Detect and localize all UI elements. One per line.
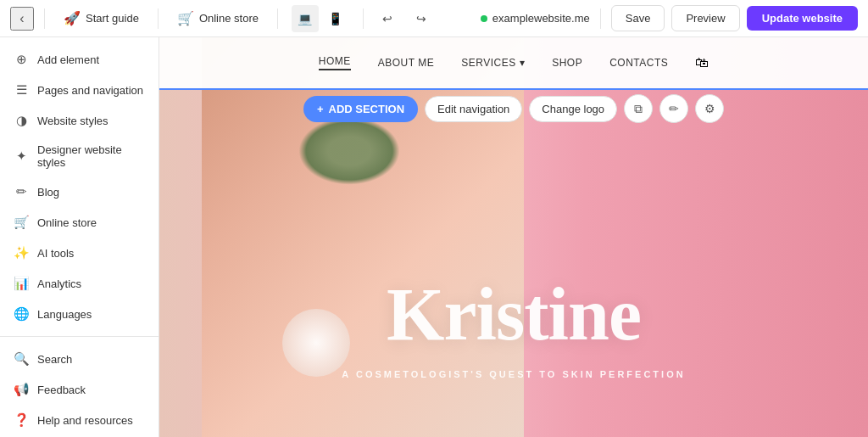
settings-section-button[interactable]: ⚙ xyxy=(695,94,724,123)
sidebar-item-feedback[interactable]: 📢 Feedback xyxy=(0,374,159,405)
sidebar-item-help[interactable]: ❓ Help and resources xyxy=(0,405,159,435)
sidebar-label-designer-styles: Designer website styles xyxy=(37,143,145,169)
add-section-button[interactable]: + ADD SECTION xyxy=(303,96,418,122)
blog-icon: ✏ xyxy=(14,184,29,199)
copy-icon: ⧉ xyxy=(634,102,643,116)
sidebar-item-add-element[interactable]: ⊕ Add element xyxy=(0,44,159,75)
plus-icon: + xyxy=(317,103,324,115)
cart-icon-topbar: 🛒 xyxy=(177,10,194,26)
device-toggle-group: 💻 📱 xyxy=(288,5,353,32)
sidebar-label-search: Search xyxy=(37,353,72,366)
sidebar-item-analytics[interactable]: 📊 Analytics xyxy=(0,268,159,299)
back-button[interactable]: ‹ xyxy=(10,7,34,31)
hero-title: Kristine xyxy=(159,277,868,352)
styles-icon: ◑ xyxy=(14,113,29,128)
update-website-button[interactable]: Update website xyxy=(747,6,858,31)
feedback-icon: 📢 xyxy=(14,382,29,397)
help-icon: ❓ xyxy=(14,412,29,428)
sidebar-item-online-store[interactable]: 🛒 Online store xyxy=(0,207,159,238)
back-icon: ‹ xyxy=(19,11,24,26)
edit-navigation-button[interactable]: Edit navigation xyxy=(425,96,522,122)
nav-item-about[interactable]: ABOUT ME xyxy=(378,57,434,69)
sidebar-label-analytics: Analytics xyxy=(37,277,81,290)
store-icon: 🛒 xyxy=(14,215,29,230)
preview-button[interactable]: Preview xyxy=(671,5,739,31)
sidebar-label-website-styles: Website styles xyxy=(37,115,108,127)
nav-item-services[interactable]: SERVICES ▾ xyxy=(461,57,525,69)
website-preview: HOME ABOUT ME SERVICES ▾ SHOP CONTACTS 🛍… xyxy=(159,37,868,437)
url-text: examplewebsite.me xyxy=(492,12,590,25)
sidebar-label-ai-tools: AI tools xyxy=(37,247,74,260)
topbar-divider-5 xyxy=(600,8,601,29)
sidebar-label-help: Help and resources xyxy=(37,414,133,427)
sidebar-label-languages: Languages xyxy=(37,308,92,321)
topbar: ‹ 🚀 Start guide 🛒 Online store 💻 📱 ↩ ↪ e… xyxy=(0,0,868,37)
plus-circle-icon: ⊕ xyxy=(14,52,29,67)
sidebar-label-blog: Blog xyxy=(37,186,59,199)
preview-navigation: HOME ABOUT ME SERVICES ▾ SHOP CONTACTS 🛍 xyxy=(159,37,868,88)
sidebar-label-feedback: Feedback xyxy=(37,384,86,396)
main-area: ⊕ Add element ☰ Pages and navigation ◑ W… xyxy=(0,37,868,437)
redo-icon: ↪ xyxy=(416,12,426,25)
online-store-label: Online store xyxy=(199,12,259,25)
pages-icon: ☰ xyxy=(14,82,29,98)
sidebar: ⊕ Add element ☰ Pages and navigation ◑ W… xyxy=(0,37,159,437)
settings-icon: ⚙ xyxy=(704,102,715,115)
topbar-divider-4 xyxy=(363,8,364,29)
canvas-area: HOME ABOUT ME SERVICES ▾ SHOP CONTACTS 🛍… xyxy=(159,37,868,437)
nav-item-home[interactable]: HOME xyxy=(319,55,351,70)
analytics-icon: 📊 xyxy=(14,276,29,291)
sidebar-item-designer-styles[interactable]: ✦ Designer website styles xyxy=(0,136,159,176)
undo-icon: ↩ xyxy=(382,12,392,25)
services-label: SERVICES xyxy=(461,57,515,69)
mobile-icon: 📱 xyxy=(328,12,342,25)
sidebar-item-blog[interactable]: ✏ Blog xyxy=(0,176,159,207)
sidebar-item-pages-navigation[interactable]: ☰ Pages and navigation xyxy=(0,75,159,105)
nav-item-contacts[interactable]: CONTACTS xyxy=(609,57,668,69)
sidebar-item-ai-tools[interactable]: ✨ AI tools xyxy=(0,238,159,268)
dropdown-arrow-icon: ▾ xyxy=(520,57,526,69)
undo-button[interactable]: ↩ xyxy=(374,5,401,32)
website-url: examplewebsite.me xyxy=(481,12,590,25)
topbar-divider-2 xyxy=(158,8,159,29)
search-icon: 🔍 xyxy=(14,351,29,367)
save-button[interactable]: Save xyxy=(611,5,665,31)
topbar-divider-1 xyxy=(44,8,45,29)
sidebar-label-add-element: Add element xyxy=(37,53,99,66)
sidebar-label-pages-navigation: Pages and navigation xyxy=(37,84,143,97)
desktop-view-button[interactable]: 💻 xyxy=(292,5,319,32)
nav-item-shop[interactable]: SHOP xyxy=(552,57,582,69)
sidebar-top-section: ⊕ Add element ☰ Pages and navigation ◑ W… xyxy=(0,37,159,336)
copy-section-button[interactable]: ⧉ xyxy=(624,94,653,123)
ai-icon: ✨ xyxy=(14,245,29,261)
designer-icon: ✦ xyxy=(14,148,29,164)
online-store-button[interactable]: 🛒 Online store xyxy=(169,5,267,31)
sidebar-item-website-styles[interactable]: ◑ Website styles xyxy=(0,105,159,136)
change-logo-button[interactable]: Change logo xyxy=(529,96,617,122)
sidebar-bottom-section: 🔍 Search 📢 Feedback ❓ Help and resources xyxy=(0,336,159,437)
sidebar-label-online-store: Online store xyxy=(37,216,97,229)
sidebar-item-search[interactable]: 🔍 Search xyxy=(0,344,159,374)
desktop-icon: 💻 xyxy=(298,12,312,25)
mobile-view-button[interactable]: 📱 xyxy=(322,5,349,32)
edit-icon: ✏ xyxy=(669,102,679,115)
topbar-divider-3 xyxy=(277,8,278,29)
rocket-icon: 🚀 xyxy=(64,10,81,26)
start-guide-label: Start guide xyxy=(86,12,139,25)
start-guide-button[interactable]: 🚀 Start guide xyxy=(55,5,147,31)
cart-icon-nav[interactable]: 🛍 xyxy=(695,55,709,70)
hero-subtitle: A COSMETOLOGIST'S QUEST TO SKIN PERFECTI… xyxy=(159,369,868,379)
edit-section-button[interactable]: ✏ xyxy=(659,94,688,123)
preview-toolbar: + ADD SECTION Edit navigation Change log… xyxy=(159,90,868,127)
redo-button[interactable]: ↪ xyxy=(408,5,435,32)
languages-icon: 🌐 xyxy=(14,306,29,322)
live-indicator xyxy=(481,15,487,22)
sidebar-item-languages[interactable]: 🌐 Languages xyxy=(0,299,159,329)
add-section-label: ADD SECTION xyxy=(329,103,405,115)
